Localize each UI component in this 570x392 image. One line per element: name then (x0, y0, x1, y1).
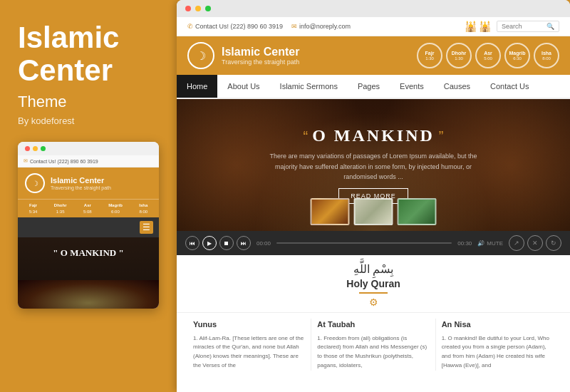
mobile-prayer-times: Fajr 5:34 Dhohr 1:35 Asr 5:08 Magrib 6:0… (18, 199, 159, 217)
mobile-phone-icon: ✉ (24, 158, 28, 164)
audio-progress-bar[interactable] (276, 242, 452, 244)
site-logo-area: ☽ Islamic Center Traversing the straight… (187, 42, 299, 69)
email-icon: ✉ (291, 23, 297, 30)
site-logo-circle: ☽ (187, 42, 214, 69)
audio-mute-area: 🔊 MUTE (477, 240, 503, 247)
mobile-site-tagline: Traversing the straight path (51, 185, 111, 190)
hero-thumb-1[interactable] (311, 198, 350, 225)
quran-divider (359, 292, 388, 294)
hero-quote-open: “ (304, 128, 309, 145)
left-subtitle: Theme (18, 93, 159, 111)
mobile-prayer-isha: Isha 8:00 (139, 202, 147, 215)
nav-home[interactable]: Home (177, 75, 217, 98)
prayer-fajr: Fajr 1:30 (417, 43, 442, 68)
mobile-prayer-magrib: Magrib 6:00 (108, 202, 123, 215)
left-title: Islamic Center (18, 21, 159, 87)
mobile-menu-icon[interactable]: ☰ (140, 221, 153, 234)
quran-icon: ⚙ (177, 296, 570, 308)
contact-email: info@noreply.com (299, 23, 351, 30)
mobile-mockup: ✉ Contact Us! (222) 890 60 3919 ☽ Islami… (18, 142, 159, 309)
nav-sermons[interactable]: Islamic Sermons (270, 75, 348, 98)
contact-left: ✆ Contact Us! (222) 890 60 3919 ✉ info@n… (187, 23, 351, 30)
hero-thumb-2[interactable] (354, 198, 393, 225)
mobile-dot-green (41, 146, 46, 151)
search-box[interactable]: 🔍 (497, 21, 559, 32)
hero-thumbnails (311, 198, 437, 225)
audio-controls: ⏮ ▶ ⏹ ⏭ (185, 236, 251, 250)
contact-email-item: ✉ info@noreply.com (291, 23, 351, 30)
audio-icon-buttons: ↗ ✕ ↻ (509, 235, 561, 251)
audio-download-button[interactable]: ✕ (527, 235, 543, 251)
mobile-contact-text: Contact Us! (222) 890 60 3919 (30, 159, 98, 164)
mobile-hero: " O MANKIND " (18, 237, 159, 280)
left-panel: Islamic Center Theme By kodeforest ✉ Con… (0, 0, 177, 392)
left-by: By kodeforest (18, 115, 159, 126)
prayer-times-row: Fajr 1:30 Dhohr 1:30 Asr 5:00 Magrib 6:3… (417, 43, 559, 68)
site-header: ☽ Islamic Center Traversing the straight… (177, 36, 570, 75)
mobile-hero-text: " O MANKIND " (25, 247, 152, 259)
phone-icon: ✆ (187, 23, 193, 30)
mobile-nav: ☰ (18, 217, 159, 237)
surah-taubah-text: 1. Freedom from (all) obligations (is de… (317, 334, 429, 371)
audio-prev-button[interactable]: ⏮ (185, 236, 200, 250)
audio-info-button[interactable]: ↻ (546, 235, 561, 251)
hero-quote-close: ” (439, 128, 444, 145)
arabic-text: بِسْمِ اللَّهِ (177, 262, 570, 276)
mosque-icon-1: 🕌 (465, 21, 477, 32)
hero-section: “ O MANKIND ” There are many variations … (177, 99, 570, 231)
site-contact-bar: ✆ Contact Us! (222) 890 60 3919 ✉ info@n… (177, 17, 570, 36)
browser-dot-green[interactable] (205, 6, 211, 11)
surah-nisa-name: An Nisa (442, 319, 554, 331)
mosque-icon-2: 🕌 (479, 21, 491, 32)
audio-share-button[interactable]: ↗ (509, 235, 524, 251)
hero-thumb-3[interactable] (398, 198, 437, 225)
audio-bar: ⏮ ▶ ⏹ ⏭ 00:00 00:30 🔊 MUTE ↗ ✕ ↻ (177, 231, 570, 255)
mobile-logo: ☽ (25, 173, 45, 193)
quran-title: Holy Quran (177, 278, 570, 289)
surah-yunus-name: Yunus (193, 319, 305, 331)
surah-taubah: At Taubah 1. Freedom from (all) obligati… (311, 319, 435, 371)
prayer-magrib: Magrib 6:30 (504, 43, 530, 68)
audio-next-button[interactable]: ⏭ (237, 236, 251, 250)
nav-events[interactable]: Events (390, 75, 434, 98)
surah-nisa: An Nisa 1. O mankind! Be dutiful to your… (436, 319, 559, 371)
mobile-site-name: Islamic Center (51, 176, 111, 185)
mute-label[interactable]: MUTE (487, 240, 503, 247)
audio-stop-button[interactable]: ⏹ (219, 236, 234, 250)
contact-phone: Contact Us! (222) 890 60 3919 (195, 23, 283, 30)
mobile-prayer-dhohr: Dhohr 1:35 (54, 202, 67, 215)
site-nav: Home About Us Islamic Sermons Pages Even… (177, 75, 570, 99)
nav-contact[interactable]: Contact Us (480, 75, 539, 98)
mobile-site-info: Islamic Center Traversing the straight p… (51, 176, 111, 190)
contact-phone-item: ✆ Contact Us! (222) 890 60 3919 (187, 23, 283, 30)
prayer-asr: Asr 5:00 (475, 43, 501, 68)
mobile-contact-bar: ✉ Contact Us! (222) 890 60 3919 (18, 155, 159, 167)
site-name: Islamic Center (222, 46, 299, 58)
mobile-hero-image (18, 280, 159, 309)
mobile-dot-yellow (33, 146, 38, 151)
contact-right: 🕌 🕌 🔍 (465, 21, 559, 32)
audio-start-time: 00:00 (256, 240, 271, 247)
surah-taubah-name: At Taubah (317, 319, 429, 331)
nav-about[interactable]: About Us (217, 75, 269, 98)
hero-description: There are many variations of passages of… (259, 151, 487, 182)
mobile-header: ☽ Islamic Center Traversing the straight… (18, 167, 159, 199)
search-input[interactable] (502, 23, 544, 30)
site-name-block: Islamic Center Traversing the straight p… (222, 46, 299, 66)
hero-title: O MANKIND (312, 126, 435, 145)
prayer-dhohr: Dhohr 1:30 (446, 43, 472, 68)
mobile-top-bar (18, 142, 159, 155)
nav-pages[interactable]: Pages (348, 75, 390, 98)
browser-dot-red[interactable] (185, 6, 191, 11)
mobile-prayer-asr: Asr 5:08 (83, 202, 92, 215)
mosque-icons: 🕌 🕌 (465, 21, 491, 32)
search-icon: 🔍 (546, 23, 554, 30)
hero-content: “ O MANKIND ” There are many variations … (217, 126, 530, 203)
audio-play-button[interactable]: ▶ (202, 236, 217, 250)
quran-section: بِسْمِ اللَّهِ Holy Quran ⚙ (177, 255, 570, 313)
nav-causes[interactable]: Causes (434, 75, 480, 98)
browser-dot-yellow[interactable] (195, 6, 201, 11)
site-tagline: Traversing the straight path (222, 58, 299, 66)
surahs-section: Yunus 1. Alif-Lam-Ra. [These letters are… (177, 313, 570, 376)
mobile-dot-red (25, 146, 30, 151)
